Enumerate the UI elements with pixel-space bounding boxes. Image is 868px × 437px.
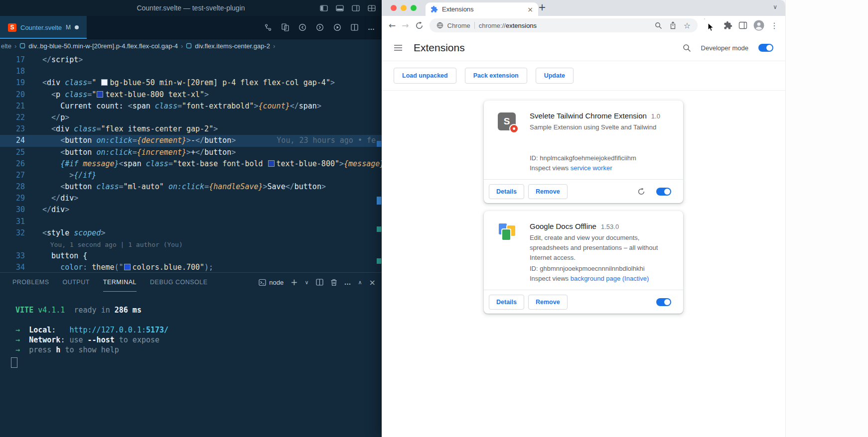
previous-change-icon[interactable] <box>298 23 306 31</box>
color-swatch <box>124 264 131 270</box>
extension-enabled-toggle[interactable] <box>656 188 671 196</box>
tab-counter-svelte[interactable]: S Counter.svelte M <box>0 16 87 39</box>
chrome-menu-icon[interactable]: ⋮ <box>770 21 778 30</box>
tab-search-chevron-icon[interactable]: ∨ <box>773 3 777 10</box>
browser-tab-extensions[interactable]: Extensions × <box>426 2 538 16</box>
customize-layout-icon[interactable] <box>368 5 376 11</box>
code-line-22[interactable]: 22 </p> <box>0 112 382 123</box>
more-actions-icon[interactable]: … <box>368 23 375 31</box>
bookmark-star-icon[interactable]: ☆ <box>684 21 691 30</box>
kill-terminal-icon[interactable] <box>330 279 337 286</box>
background-page-link[interactable]: background page (Inactive) <box>571 275 649 282</box>
code-line-31[interactable]: 31 <box>0 216 382 227</box>
tab-problems[interactable]: PROBLEMS <box>12 273 49 292</box>
split-editor-icon[interactable] <box>351 24 358 31</box>
panel-header: PROBLEMS OUTPUT TERMINAL DEBUG CONSOLE n… <box>0 273 382 292</box>
open-changes-icon[interactable] <box>282 23 289 31</box>
toggle-secondary-sidebar-icon[interactable] <box>352 5 360 11</box>
details-button[interactable]: Details <box>489 184 524 199</box>
update-button[interactable]: Update <box>536 68 574 84</box>
split-terminal-icon[interactable] <box>316 279 323 286</box>
toggle-panel-icon[interactable] <box>336 5 344 11</box>
shell-selector[interactable]: node <box>259 279 284 286</box>
run-icon[interactable] <box>333 23 341 31</box>
vscode-window: Counter.svelte — test-svelte-plugin S Co… <box>0 0 382 437</box>
toggle-sidebar-icon[interactable] <box>320 5 328 11</box>
site-info-icon[interactable] <box>436 22 443 29</box>
remove-button[interactable]: Remove <box>528 295 568 310</box>
extension-cards: S Svelete Tailwind Chrome Extension1.0 S… <box>382 91 785 314</box>
overview-ruler-mark <box>377 197 381 205</box>
maximize-panel-icon[interactable]: ∧ <box>358 279 362 286</box>
close-tab-icon[interactable]: × <box>527 5 533 13</box>
reload-extension-icon[interactable] <box>637 188 645 196</box>
tab-output[interactable]: OUTPUT <box>62 273 89 292</box>
tab-title: Extensions <box>442 5 474 13</box>
tab-terminal[interactable]: TERMINAL <box>103 273 137 292</box>
code-line-17[interactable]: 17</script> <box>0 54 382 66</box>
forward-button[interactable]: → <box>402 20 409 30</box>
breadcrumb-item-outer-div[interactable]: div..bg-blue-50.min-w-[20rem].p-4.flex.f… <box>28 42 178 50</box>
minimize-window-button[interactable] <box>401 5 407 11</box>
code-line-24[interactable]: 24 <button on:click={decrement}>-</butto… <box>0 135 382 146</box>
code-line-27[interactable]: 27 >{/if} <box>0 170 382 181</box>
code-line-29[interactable]: 29 </div> <box>0 193 382 204</box>
panel-more-icon[interactable]: … <box>344 278 351 286</box>
hamburger-menu-icon[interactable] <box>394 44 403 51</box>
pinned-extension-icon[interactable] <box>705 19 718 32</box>
service-worker-link[interactable]: service worker <box>571 164 612 172</box>
breadcrumb-item-inner-div[interactable]: div.flex.items-center.gap-2 <box>195 42 270 50</box>
shell-label: node <box>269 279 284 286</box>
code-line-30[interactable]: 30</div> <box>0 204 382 216</box>
new-tab-button[interactable]: + <box>538 1 546 12</box>
extensions-puzzle-icon[interactable] <box>723 21 732 30</box>
terminal[interactable]: VITE v4.1.1 ready in 286 ms → Local: htt… <box>0 292 382 370</box>
code-line-23[interactable]: 23 <div class="flex items-center gap-2"> <box>0 123 382 135</box>
code-line-26[interactable]: 26 {#if message}<span class="text-base f… <box>0 158 382 170</box>
code-line-19[interactable]: 19<div class=" bg-blue-50 min-w-[20rem] … <box>0 77 382 89</box>
pack-extension-button[interactable]: Pack extension <box>465 68 527 84</box>
unsaved-dot[interactable] <box>75 25 79 29</box>
load-unpacked-button[interactable]: Load unpacked <box>394 68 456 84</box>
close-panel-icon[interactable]: × <box>369 278 376 287</box>
desktop-background <box>785 0 868 437</box>
tab-debug-console[interactable]: DEBUG CONSOLE <box>150 273 208 292</box>
page-title: Extensions <box>414 42 465 54</box>
code-line-32[interactable]: 32<style scoped> <box>0 227 382 239</box>
overview-ruler-mark <box>377 258 381 264</box>
code-line-21[interactable]: 21 Current count: <span class="font-extr… <box>0 101 382 112</box>
terminal-dropdown-icon[interactable]: ∨ <box>304 279 308 286</box>
address-bar[interactable]: Chrome chrome://extensions ☆ <box>430 18 698 32</box>
mouse-cursor <box>708 22 714 32</box>
details-button[interactable]: Details <box>489 295 524 310</box>
terminal-line: → press h to show help <box>6 345 382 355</box>
code-line-25[interactable]: 25 <button on:click={increment}>+</butto… <box>0 147 382 158</box>
next-change-icon[interactable] <box>316 23 324 31</box>
zoom-window-button[interactable] <box>411 5 417 11</box>
code-line-18[interactable]: 18 <box>0 66 382 77</box>
share-icon[interactable] <box>669 21 677 29</box>
code-line-33[interactable]: 33 button { <box>0 250 382 262</box>
breadcrumb-item-file[interactable]: elte <box>1 42 11 50</box>
extension-enabled-toggle[interactable] <box>656 298 671 306</box>
code-line-20[interactable]: 20 <p class="text-blue-800 text-xl"> <box>0 89 382 101</box>
git-compare-icon[interactable] <box>264 23 272 31</box>
vscode-titlebar[interactable]: Counter.svelte — test-svelte-plugin <box>0 0 382 16</box>
git-modified-badge: M <box>66 24 71 31</box>
developer-mode-toggle[interactable] <box>758 44 773 52</box>
reload-button[interactable] <box>415 21 424 30</box>
close-window-button[interactable] <box>391 5 397 11</box>
code-line-28[interactable]: 28 <button class="ml-auto" on:click={han… <box>0 181 382 193</box>
overview-ruler-mark <box>377 226 381 232</box>
codelens[interactable]: You, 1 second ago | 1 author (You) <box>0 239 382 250</box>
search-icon[interactable] <box>683 44 691 52</box>
profile-avatar[interactable] <box>753 20 764 31</box>
zoom-icon[interactable] <box>655 22 662 29</box>
new-terminal-icon[interactable]: + <box>290 277 297 287</box>
code-editor[interactable]: 17</script>1819<div class=" bg-blue-50 m… <box>0 52 382 275</box>
remove-button[interactable]: Remove <box>528 184 568 199</box>
chrome-tab-strip: Extensions × + ∨ <box>382 0 785 16</box>
back-button[interactable]: ← <box>389 20 396 30</box>
bottom-panel: PROBLEMS OUTPUT TERMINAL DEBUG CONSOLE n… <box>0 272 382 437</box>
side-panel-icon[interactable] <box>738 21 747 29</box>
